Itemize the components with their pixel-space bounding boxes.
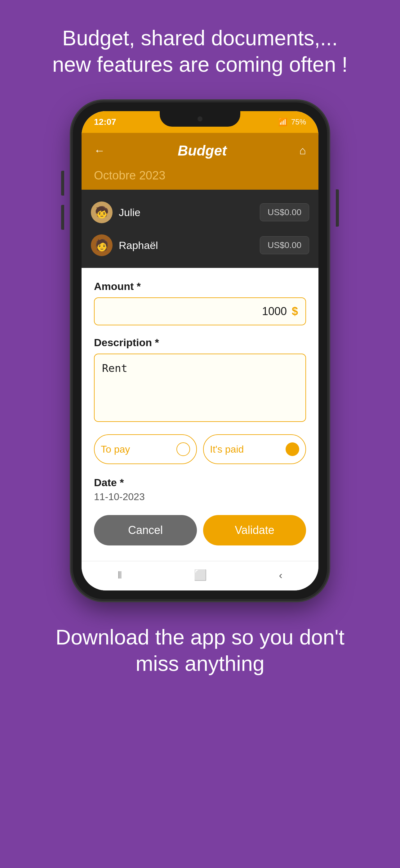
top-text: Budget, shared documents,...new features… xyxy=(0,25,400,78)
user-info-julie: 🧒 Julie xyxy=(91,202,140,223)
phone-wrapper: 12:07 📶 75% ← Budget ⌂ Octobre 2023 xyxy=(67,102,333,599)
amount-value: 1000 xyxy=(262,305,287,318)
to-pay-radio xyxy=(176,442,190,456)
users-section: 🧒 Julie US$0.00 🧑 Raphaël US$0.00 xyxy=(81,190,319,268)
phone-btn-left xyxy=(61,171,64,195)
status-icons: 📶 75% xyxy=(278,118,306,126)
phone-btn-right xyxy=(336,189,339,227)
phone-btn-left2 xyxy=(61,205,64,230)
user-row-julie: 🧒 Julie US$0.00 xyxy=(91,196,309,229)
back-button[interactable]: ← xyxy=(94,144,105,157)
user-info-raphael: 🧑 Raphaël xyxy=(91,235,158,256)
its-paid-button[interactable]: It's paid xyxy=(203,434,306,464)
phone-frame: 12:07 📶 75% ← Budget ⌂ Octobre 2023 xyxy=(73,102,327,599)
home-button[interactable]: ⌂ xyxy=(299,144,306,157)
date-value: 11-10-2023 xyxy=(94,491,306,503)
wifi-icon: 📶 xyxy=(278,118,288,126)
nav-home-icon[interactable]: ⬜ xyxy=(194,569,207,581)
its-paid-label: It's paid xyxy=(210,444,244,455)
toggle-row: To pay It's paid xyxy=(94,434,306,464)
avatar-raphael: 🧑 xyxy=(91,235,112,256)
nav-back-icon[interactable]: ‹ xyxy=(279,569,282,581)
form-sheet: Amount * 1000 $ Description * Rent To pa… xyxy=(81,268,319,561)
its-paid-radio xyxy=(286,442,299,456)
action-row: Cancel Validate xyxy=(94,515,306,546)
nav-menu-icon[interactable]: ⦀ xyxy=(118,569,122,581)
notch-camera xyxy=(198,116,202,121)
cancel-button[interactable]: Cancel xyxy=(94,515,197,546)
nav-bar: ⦀ ⬜ ‹ xyxy=(81,561,319,590)
avatar-julie: 🧒 xyxy=(91,202,112,223)
header-title: Budget xyxy=(178,142,227,159)
notch xyxy=(160,111,240,127)
amount-label: Amount * xyxy=(94,280,306,292)
phone-screen: 12:07 📶 75% ← Budget ⌂ Octobre 2023 xyxy=(81,111,319,590)
validate-button[interactable]: Validate xyxy=(203,515,306,546)
description-input[interactable]: Rent xyxy=(94,353,306,422)
app-header: ← Budget ⌂ xyxy=(81,133,319,165)
home-icon: ⌂ xyxy=(299,144,306,157)
user-row-raphael: 🧑 Raphaël US$0.00 xyxy=(91,229,309,262)
month-section: Octobre 2023 xyxy=(81,165,319,190)
user-name-julie: Julie xyxy=(119,207,140,219)
battery-icon: 75% xyxy=(291,118,306,126)
back-arrow-icon: ← xyxy=(94,144,105,157)
user-amount-julie: US$0.00 xyxy=(260,203,309,221)
date-label: Date * xyxy=(94,476,306,489)
date-section: Date * 11-10-2023 xyxy=(94,476,306,503)
to-pay-label: To pay xyxy=(101,444,130,455)
dollar-icon: $ xyxy=(292,305,298,318)
bottom-text: Download the app so you don'tmiss anythi… xyxy=(0,624,400,677)
status-bar: 12:07 📶 75% xyxy=(81,111,319,133)
month-label: Octobre 2023 xyxy=(94,169,306,182)
amount-input[interactable]: 1000 $ xyxy=(94,298,306,326)
status-time: 12:07 xyxy=(94,117,116,127)
user-amount-raphael: US$0.00 xyxy=(260,236,309,254)
description-label: Description * xyxy=(94,337,306,349)
user-name-raphael: Raphaël xyxy=(119,239,158,251)
to-pay-button[interactable]: To pay xyxy=(94,434,197,464)
